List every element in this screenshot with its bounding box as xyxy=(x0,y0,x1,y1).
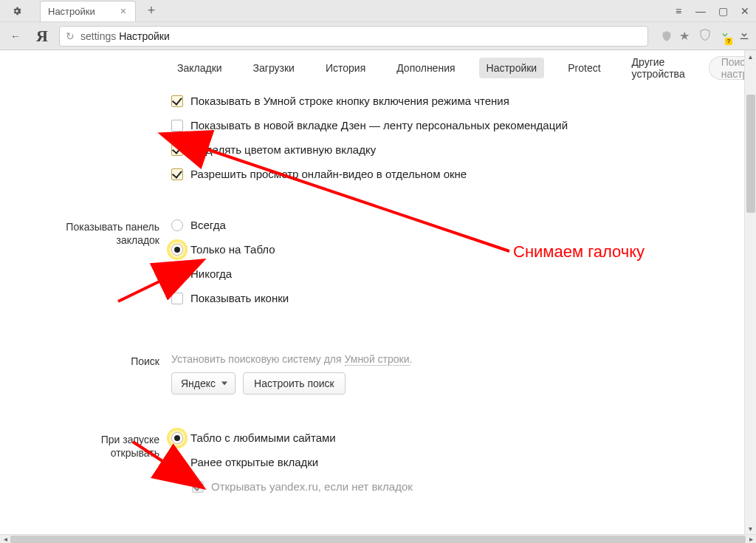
tab-close-icon[interactable]: × xyxy=(119,5,128,17)
vertical-scroll-thumb[interactable] xyxy=(746,95,755,213)
check-label: Показывать в Умной строке кнопку включен… xyxy=(190,95,509,107)
back-button[interactable]: ← xyxy=(6,27,25,46)
section-label-bookmarks: Показывать панель закладок xyxy=(0,219,162,247)
search-description: Установить поисковую систему для Умной с… xyxy=(171,353,756,365)
section-general: Показывать в Умной строке кнопку включен… xyxy=(171,95,756,219)
bookmark-star-icon[interactable]: ★ xyxy=(678,30,691,43)
gear-icon[interactable] xyxy=(0,0,34,22)
nav-other-devices[interactable]: Другие устройства xyxy=(625,52,693,84)
settings-page: Закладки Загрузки История Дополнения Нас… xyxy=(0,50,756,534)
titlebar: Настройки × + ≡ — ▢ ✕ xyxy=(0,0,756,22)
configure-search-button[interactable]: Настроить поиск xyxy=(243,372,346,395)
check-label: Показывать иконки xyxy=(190,292,289,304)
radio-startup-tableau[interactable]: Табло с любимыми сайтами xyxy=(171,431,756,444)
checkbox-icon[interactable] xyxy=(171,95,183,107)
check-zen-feed[interactable]: Показывать в новой вкладке Дзен — ленту … xyxy=(171,119,756,132)
radio-never[interactable]: Никогда xyxy=(171,267,756,280)
checkbox-icon[interactable] xyxy=(171,168,183,180)
vertical-scrollbar[interactable]: ▴ ▾ xyxy=(744,50,756,534)
new-tab-button[interactable]: + xyxy=(142,1,161,21)
radio-label: Никогда xyxy=(190,267,232,280)
browser-tab[interactable]: Настройки × xyxy=(40,1,136,21)
tab-title: Настройки xyxy=(48,6,119,17)
radio-startup-previous[interactable]: Ранее открытые вкладки xyxy=(171,456,756,468)
nav-bookmarks[interactable]: Закладки xyxy=(170,58,230,78)
shield-outline-icon[interactable] xyxy=(698,28,712,44)
check-label: Показывать в новой вкладке Дзен — ленту … xyxy=(190,119,568,132)
check-open-yandex: Открывать yandex.ru, если нет вкладок xyxy=(192,480,756,493)
menu-icon[interactable]: ≡ xyxy=(667,0,690,22)
maximize-icon[interactable]: ▢ xyxy=(712,0,734,22)
check-label: Выделять цветом активную вкладку xyxy=(190,143,376,156)
nav-downloads[interactable]: Загрузки xyxy=(246,58,302,78)
minimize-icon[interactable]: — xyxy=(690,0,712,22)
radio-label: Табло с любимыми сайтами xyxy=(190,431,336,444)
check-label: Разрешить просмотр онлайн-видео в отдель… xyxy=(190,168,467,180)
downloads-icon[interactable]: ? xyxy=(719,29,731,44)
radio-icon[interactable] xyxy=(171,244,183,256)
check-reader-mode[interactable]: Показывать в Умной строке кнопку включен… xyxy=(171,95,756,107)
omnibox[interactable]: ↻ settings Настройки xyxy=(59,26,648,47)
section-startup: Табло с любимыми сайтами Ранее открытые … xyxy=(171,431,756,534)
check-show-icons[interactable]: Показывать иконки xyxy=(171,292,756,304)
settings-nav: Закладки Загрузки История Дополнения Нас… xyxy=(0,50,756,86)
select-value: Яндекс xyxy=(181,378,216,389)
url-prefix: settings xyxy=(80,30,116,42)
search-engine-select[interactable]: Яндекс xyxy=(171,372,236,395)
section-bookmarks-panel: Всегда Только на Табло Никогда Показыват… xyxy=(171,219,756,353)
check-label: Открывать yandex.ru, если нет вкладок xyxy=(211,480,413,493)
section-label-startup: При запуске открывать xyxy=(0,431,162,460)
download-tray-icon[interactable] xyxy=(738,29,750,44)
url-title: Настройки xyxy=(119,30,170,42)
radio-icon[interactable] xyxy=(171,219,183,231)
horizontal-scrollbar[interactable]: ◂ ▸ xyxy=(0,534,756,543)
check-highlight-tab[interactable]: Выделять цветом активную вкладку xyxy=(171,143,756,156)
close-window-icon[interactable]: ✕ xyxy=(734,0,756,22)
horizontal-scroll-thumb[interactable] xyxy=(10,536,746,543)
nav-history[interactable]: История xyxy=(318,58,373,78)
scroll-up-arrow[interactable]: ▴ xyxy=(745,50,756,62)
checkbox-icon[interactable] xyxy=(171,293,183,304)
smart-line-link[interactable]: Умной строки xyxy=(345,353,410,366)
radio-icon[interactable] xyxy=(171,268,183,280)
reload-icon[interactable]: ↻ xyxy=(66,30,75,42)
radio-label: Ранее открытые вкладки xyxy=(190,456,318,468)
radio-label: Всегда xyxy=(190,219,226,231)
nav-protect[interactable]: Protect xyxy=(560,58,608,78)
radio-tableau-only[interactable]: Только на Табло xyxy=(171,243,756,256)
section-label-search: Поиск xyxy=(0,353,162,368)
check-video-popout[interactable]: Разрешить просмотр онлайн-видео в отдель… xyxy=(171,168,756,180)
omnibox-right-icons: ★ xyxy=(660,30,691,43)
nav-settings[interactable]: Настройки xyxy=(479,58,545,78)
checkbox-icon[interactable] xyxy=(171,144,183,156)
section-search: Установить поисковую систему для Умной с… xyxy=(171,353,756,431)
yandex-logo[interactable]: Я xyxy=(32,27,52,46)
scroll-left-arrow[interactable]: ◂ xyxy=(0,535,10,543)
protect-shield-icon[interactable] xyxy=(660,30,673,43)
radio-always[interactable]: Всегда xyxy=(171,219,756,231)
radio-icon[interactable] xyxy=(171,432,183,444)
checkbox-icon[interactable] xyxy=(171,120,183,132)
scroll-down-arrow[interactable]: ▾ xyxy=(745,522,756,534)
radio-label: Только на Табло xyxy=(190,243,275,256)
checkbox-icon xyxy=(192,481,204,493)
scroll-right-arrow[interactable]: ▸ xyxy=(746,535,756,543)
download-badge: ? xyxy=(725,38,732,45)
radio-icon[interactable] xyxy=(171,457,183,468)
browser-toolbar: ← Я ↻ settings Настройки ★ ? xyxy=(0,22,756,50)
url-text: settings Настройки xyxy=(80,30,170,42)
nav-extensions[interactable]: Дополнения xyxy=(389,58,462,78)
